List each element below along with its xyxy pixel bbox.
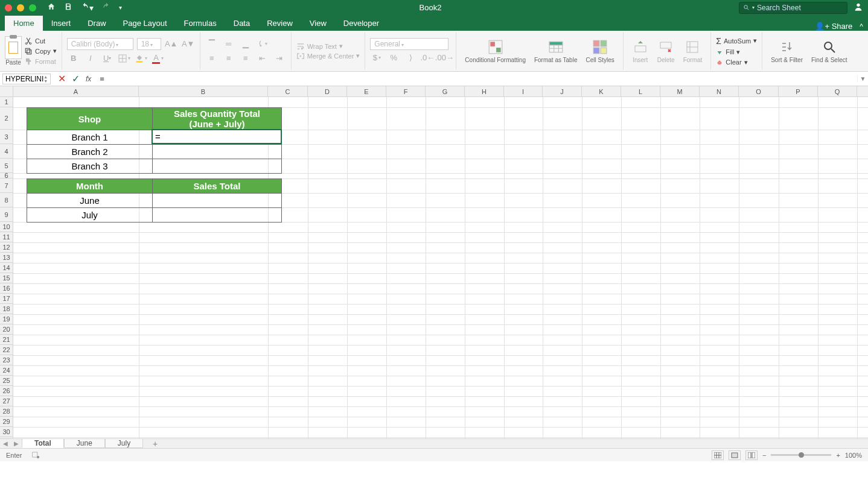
- row-header[interactable]: 14: [0, 263, 13, 273]
- row-header[interactable]: 28: [0, 406, 13, 417]
- fullscreen-window-icon[interactable]: [29, 4, 36, 11]
- cell-styles-button[interactable]: Cell Styles: [582, 33, 617, 69]
- paste-button[interactable]: Paste: [5, 59, 22, 66]
- insert-cells-button[interactable]: Insert: [628, 33, 653, 69]
- zoom-in-icon[interactable]: +: [836, 452, 840, 459]
- sheet-nav-next-icon[interactable]: ▶: [11, 440, 22, 447]
- row-header[interactable]: 2: [0, 107, 13, 130]
- cut-button[interactable]: Cut: [24, 37, 57, 45]
- col-header[interactable]: K: [582, 86, 621, 97]
- row-header[interactable]: 22: [0, 345, 13, 355]
- col-header[interactable]: I: [504, 86, 543, 97]
- table2-cell[interactable]: [153, 194, 282, 208]
- tab-insert[interactable]: Insert: [43, 16, 80, 31]
- format-cells-button[interactable]: Format: [680, 33, 706, 69]
- fill-color-button[interactable]: [135, 52, 148, 65]
- col-header[interactable]: J: [543, 86, 582, 97]
- sheet-tab-june[interactable]: June: [64, 439, 105, 448]
- fill-button[interactable]: Fill ▾: [716, 48, 757, 57]
- table1-cell[interactable]: Branch 2: [27, 145, 153, 159]
- fx-icon[interactable]: fx: [86, 75, 91, 83]
- close-window-icon[interactable]: [5, 4, 12, 11]
- tab-view[interactable]: View: [301, 16, 335, 31]
- row-header[interactable]: 25: [0, 376, 13, 386]
- conditional-formatting-button[interactable]: Conditional Formatting: [461, 33, 529, 69]
- row-header[interactable]: 12: [0, 242, 13, 253]
- decrease-font-icon[interactable]: A▼: [182, 37, 195, 51]
- tab-page-layout[interactable]: Page Layout: [115, 16, 176, 31]
- font-color-button[interactable]: A: [152, 52, 165, 65]
- row-header[interactable]: 10: [0, 222, 13, 232]
- row-header[interactable]: 20: [0, 324, 13, 335]
- table1-cell[interactable]: [153, 145, 282, 159]
- normal-view-icon[interactable]: [712, 450, 724, 460]
- sheet-tab-july[interactable]: July: [105, 439, 143, 448]
- table2-cell[interactable]: June: [27, 194, 153, 208]
- row-header[interactable]: 15: [0, 273, 13, 283]
- sheet-tab-total[interactable]: Total: [22, 439, 64, 448]
- tab-draw[interactable]: Draw: [79, 16, 114, 31]
- row-header[interactable]: 11: [0, 232, 13, 242]
- number-format-select[interactable]: General: [370, 38, 448, 50]
- row-header[interactable]: 23: [0, 355, 13, 365]
- align-bottom-icon[interactable]: ▁: [239, 37, 252, 51]
- user-icon[interactable]: [854, 2, 863, 14]
- tab-data[interactable]: Data: [225, 16, 258, 31]
- orientation-icon[interactable]: ⤹: [256, 37, 269, 51]
- increase-indent-icon[interactable]: ⇥: [273, 52, 286, 65]
- row-header[interactable]: 26: [0, 386, 13, 396]
- format-as-table-button[interactable]: Format as Table: [531, 33, 581, 69]
- align-left-icon[interactable]: ≡: [205, 52, 219, 65]
- save-icon[interactable]: [64, 2, 72, 13]
- active-cell-input[interactable]: [153, 130, 281, 143]
- tab-review[interactable]: Review: [258, 16, 301, 31]
- macro-record-icon[interactable]: [31, 450, 40, 460]
- currency-icon[interactable]: $: [370, 51, 383, 65]
- increase-font-icon[interactable]: A▲: [165, 37, 178, 51]
- comma-icon[interactable]: ⟩: [404, 51, 417, 65]
- align-top-icon[interactable]: ▔: [205, 37, 219, 51]
- row-header[interactable]: 16: [0, 283, 13, 294]
- borders-button[interactable]: [118, 52, 131, 65]
- qat-dropdown-icon[interactable]: ▾: [119, 4, 122, 11]
- zoom-out-icon[interactable]: −: [762, 452, 766, 459]
- tab-home[interactable]: Home: [5, 16, 43, 31]
- find-select-button[interactable]: Find & Select: [808, 33, 850, 69]
- decrease-indent-icon[interactable]: ⇤: [256, 52, 269, 65]
- confirm-formula-icon[interactable]: ✓: [72, 73, 80, 84]
- italic-button[interactable]: I: [84, 52, 97, 65]
- col-header[interactable]: M: [660, 86, 700, 97]
- formula-input[interactable]: [96, 73, 857, 84]
- undo-icon[interactable]: ▾: [81, 2, 94, 13]
- minimize-window-icon[interactable]: [17, 4, 24, 11]
- row-header[interactable]: 21: [0, 335, 13, 345]
- row-header[interactable]: 7: [0, 178, 13, 193]
- cancel-formula-icon[interactable]: ✕: [58, 73, 66, 84]
- row-header[interactable]: 17: [0, 294, 13, 304]
- col-header[interactable]: Q: [818, 86, 857, 97]
- row-header[interactable]: 9: [0, 207, 13, 222]
- table1-cell[interactable]: [153, 159, 282, 174]
- copy-button[interactable]: Copy ▾: [24, 47, 57, 55]
- row-header[interactable]: 1: [0, 97, 13, 107]
- col-header[interactable]: P: [779, 86, 818, 97]
- row-header[interactable]: 18: [0, 304, 13, 314]
- align-middle-icon[interactable]: ═: [222, 37, 235, 51]
- col-header[interactable]: G: [426, 86, 465, 97]
- bold-button[interactable]: B: [67, 52, 80, 65]
- percent-icon[interactable]: %: [387, 51, 400, 65]
- row-header[interactable]: 13: [0, 253, 13, 263]
- table2-cell[interactable]: July: [27, 208, 153, 223]
- col-header[interactable]: C: [268, 86, 308, 97]
- col-header[interactable]: B: [139, 86, 268, 97]
- table1-cell[interactable]: Branch 1: [27, 130, 153, 145]
- add-sheet-button[interactable]: +: [148, 439, 162, 449]
- zoom-slider[interactable]: [771, 454, 831, 456]
- col-header[interactable]: N: [700, 86, 739, 97]
- wrap-text-button[interactable]: Wrap Text ▾: [296, 42, 360, 51]
- share-button[interactable]: 👤+ Share: [815, 22, 852, 31]
- col-header[interactable]: O: [739, 86, 779, 97]
- table1-cell[interactable]: Branch 3: [27, 159, 153, 174]
- row-header[interactable]: 4: [0, 144, 13, 159]
- delete-cells-button[interactable]: Delete: [654, 33, 678, 69]
